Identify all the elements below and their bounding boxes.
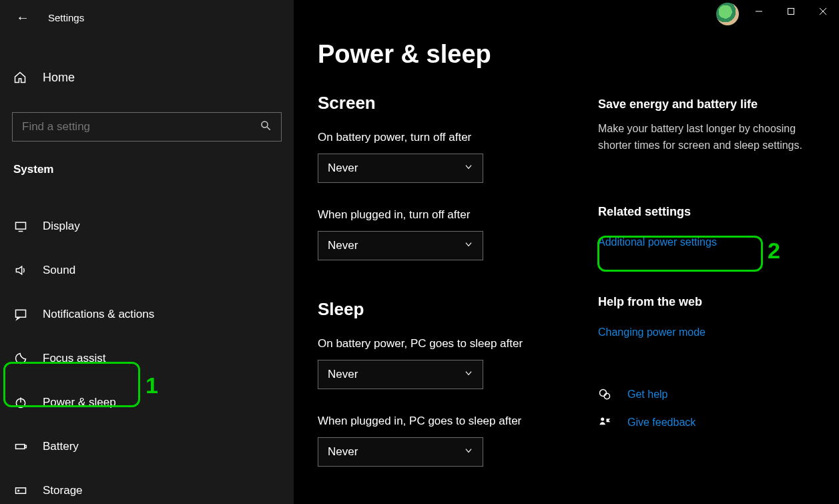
svg-point-13 bbox=[601, 417, 604, 421]
screen-plugged-label: When plugged in, turn off after bbox=[318, 208, 571, 222]
sidebar-item-label: Display bbox=[43, 220, 80, 233]
power-icon bbox=[13, 396, 28, 409]
sidebar-item-sound[interactable]: Sound bbox=[0, 248, 294, 292]
sleep-battery-label: On battery power, PC goes to sleep after bbox=[318, 337, 571, 350]
svg-rect-4 bbox=[16, 310, 26, 317]
sleep-battery-dropdown[interactable]: Never bbox=[318, 360, 483, 389]
give-feedback-row[interactable]: Give feedback bbox=[598, 416, 815, 429]
energy-title: Save energy and battery life bbox=[598, 97, 815, 111]
give-feedback-link[interactable]: Give feedback bbox=[627, 417, 695, 429]
app-title: Settings bbox=[48, 12, 84, 23]
chevron-down-icon bbox=[464, 162, 473, 175]
svg-rect-9 bbox=[16, 488, 26, 493]
sidebar-group-label: System bbox=[0, 163, 294, 176]
sidebar-item-storage[interactable]: Storage bbox=[0, 469, 294, 504]
sound-icon bbox=[13, 264, 28, 277]
sidebar-item-power-sleep[interactable]: Power & sleep bbox=[0, 381, 294, 425]
sidebar: ← Settings Home System Display Sound bbox=[0, 0, 294, 504]
svg-point-11 bbox=[600, 389, 607, 396]
search-icon bbox=[260, 119, 272, 135]
svg-point-0 bbox=[262, 121, 268, 128]
search-field[interactable] bbox=[22, 120, 260, 134]
section-screen-title: Screen bbox=[318, 93, 571, 113]
home-label: Home bbox=[43, 71, 75, 85]
sidebar-item-label: Focus assist bbox=[43, 352, 105, 365]
help-title: Help from the web bbox=[598, 295, 815, 309]
main-content: Power & sleep Screen On battery power, t… bbox=[294, 0, 839, 504]
sleep-plugged-dropdown[interactable]: Never bbox=[318, 437, 483, 467]
get-help-row[interactable]: Get help bbox=[598, 388, 815, 401]
screen-battery-dropdown[interactable]: Never bbox=[318, 154, 483, 183]
display-icon bbox=[13, 220, 28, 233]
related-title: Related settings bbox=[598, 205, 815, 219]
focus-assist-icon bbox=[13, 352, 28, 365]
sidebar-item-label: Battery bbox=[43, 440, 79, 453]
sidebar-item-focus-assist[interactable]: Focus assist bbox=[0, 336, 294, 381]
titlebar: ← Settings bbox=[0, 7, 294, 28]
sidebar-item-display[interactable]: Display bbox=[0, 204, 294, 248]
sleep-plugged-label: When plugged in, PC goes to sleep after bbox=[318, 415, 571, 428]
svg-point-10 bbox=[18, 490, 19, 491]
sidebar-item-notifications[interactable]: Notifications & actions bbox=[0, 292, 294, 336]
screen-battery-label: On battery power, turn off after bbox=[318, 131, 571, 144]
back-icon[interactable]: ← bbox=[16, 11, 29, 24]
maximize-button[interactable] bbox=[775, 0, 807, 23]
svg-rect-2 bbox=[16, 222, 26, 229]
user-avatar[interactable] bbox=[716, 3, 739, 25]
notifications-icon bbox=[13, 308, 28, 321]
dropdown-value: Never bbox=[328, 239, 358, 252]
content-column: Power & sleep Screen On battery power, t… bbox=[318, 40, 571, 467]
sidebar-home[interactable]: Home bbox=[0, 63, 294, 92]
help-link[interactable]: Changing power mode bbox=[598, 326, 706, 338]
home-icon bbox=[13, 71, 28, 84]
sidebar-nav: Display Sound Notifications & actions Fo… bbox=[0, 204, 294, 504]
chevron-down-icon bbox=[464, 445, 473, 459]
close-button[interactable] bbox=[807, 0, 839, 23]
get-help-link[interactable]: Get help bbox=[627, 389, 667, 401]
battery-icon bbox=[13, 440, 28, 453]
sidebar-item-battery[interactable]: Battery bbox=[0, 425, 294, 469]
screen-plugged-dropdown[interactable]: Never bbox=[318, 231, 483, 260]
dropdown-value: Never bbox=[328, 445, 358, 459]
page-title: Power & sleep bbox=[318, 40, 571, 69]
chevron-down-icon bbox=[464, 368, 473, 381]
svg-rect-7 bbox=[16, 445, 25, 449]
svg-rect-15 bbox=[788, 9, 794, 15]
storage-icon bbox=[13, 484, 28, 497]
search-input[interactable] bbox=[12, 112, 282, 142]
related-link[interactable]: Additional power settings bbox=[598, 236, 717, 248]
window-controls bbox=[743, 0, 839, 23]
svg-rect-8 bbox=[25, 445, 27, 447]
svg-line-1 bbox=[267, 127, 270, 130]
sidebar-item-label: Power & sleep bbox=[43, 396, 116, 409]
svg-point-12 bbox=[604, 393, 609, 399]
chat-help-icon bbox=[598, 388, 613, 401]
sidebar-item-label: Storage bbox=[43, 484, 83, 497]
section-sleep-title: Sleep bbox=[318, 299, 571, 320]
sidebar-item-label: Notifications & actions bbox=[43, 308, 154, 321]
minimize-button[interactable] bbox=[743, 0, 775, 23]
chevron-down-icon bbox=[464, 239, 473, 252]
dropdown-value: Never bbox=[328, 368, 358, 381]
dropdown-value: Never bbox=[328, 162, 358, 175]
sidebar-item-label: Sound bbox=[43, 264, 75, 277]
energy-text: Make your battery last longer by choosin… bbox=[598, 121, 815, 154]
feedback-icon bbox=[598, 416, 613, 429]
right-column: Save energy and battery life Make your b… bbox=[598, 40, 815, 429]
